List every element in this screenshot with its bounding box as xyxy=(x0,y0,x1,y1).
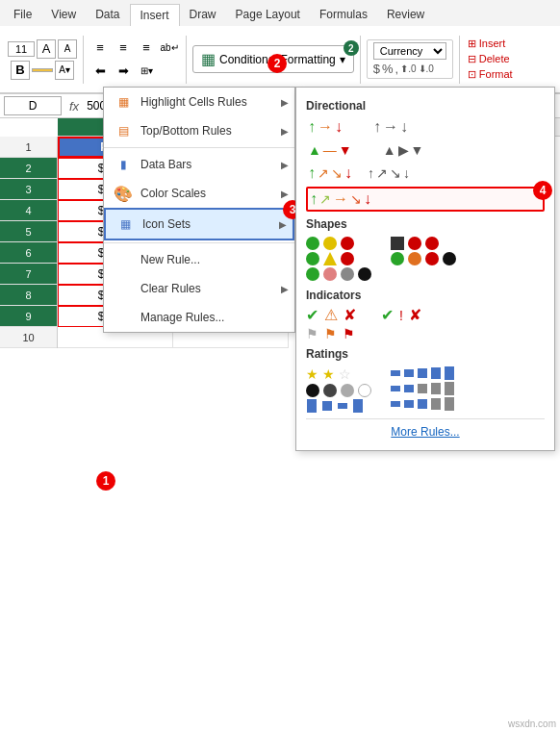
ribbon-tabs: File View Data Insert Draw Page Layout F… xyxy=(0,4,560,26)
tab-formulas[interactable]: Formulas xyxy=(310,4,377,26)
tab-review[interactable]: Review xyxy=(377,4,434,26)
up-arrow-icon-1: ↑ xyxy=(308,118,316,136)
star-half-1: ★ xyxy=(322,366,335,382)
font-increase-button[interactable]: A xyxy=(37,39,56,59)
menu-top-bottom[interactable]: ▤ Top/Bottom Rules ▶ xyxy=(104,116,294,145)
manage-rules-icon xyxy=(114,308,133,327)
insert-button[interactable]: ⊞ Insert xyxy=(466,37,515,51)
bar-r1e xyxy=(445,366,454,380)
percent-icon[interactable]: % xyxy=(382,62,394,76)
number-format-select[interactable]: Currency xyxy=(373,42,446,60)
rating-row-3[interactable] xyxy=(306,399,371,413)
row-num-2[interactable]: 2 xyxy=(0,158,57,179)
row-num-3[interactable]: 3 xyxy=(0,179,57,200)
menu-manage-rules[interactable]: Manage Rules... xyxy=(104,303,294,332)
ribbon: File View Data Insert Draw Page Layout F… xyxy=(0,0,560,94)
row-num-5[interactable]: 5 xyxy=(0,221,57,242)
icon-row-dir-4[interactable]: ↑ ↗ → ↘ ↓ 4 xyxy=(306,187,545,212)
tri-up-icon-b: ▲ xyxy=(383,142,396,158)
green-dot-1 xyxy=(306,237,319,250)
menu-color-scales[interactable]: 🎨 Color Scales ▶ xyxy=(104,179,294,208)
diag-down-b: ↓ xyxy=(403,165,410,181)
dollar-icon[interactable]: $ xyxy=(373,62,380,76)
menu-highlight-cells[interactable]: ▦ Highlight Cells Rules ▶ xyxy=(104,88,294,116)
black-dot-r xyxy=(443,252,456,265)
rating-row-r1[interactable] xyxy=(391,366,454,380)
more-rules-link[interactable]: More Rules... xyxy=(306,418,545,444)
font-decrease-button[interactable]: A xyxy=(58,39,77,59)
minus-icon: — xyxy=(323,142,337,158)
tab-page-layout[interactable]: Page Layout xyxy=(226,4,310,26)
up-arrow-icon-1b: ↑ xyxy=(373,118,381,136)
menu-icon-sets[interactable]: ▦ Icon Sets ▶ 3 xyxy=(104,208,294,240)
row-num-1[interactable]: 1 xyxy=(0,137,57,158)
color-scales-label: Color Scales xyxy=(140,187,206,200)
rating-row-r3[interactable] xyxy=(391,397,454,411)
indicator-row-1[interactable]: ✔ ⚠ ✘ ✔ ! ✘ xyxy=(306,306,545,324)
gray-circ-1 xyxy=(341,384,354,397)
align-center-button[interactable]: ≡ xyxy=(113,38,134,59)
decimal-decrease-icon[interactable]: ⬇.0 xyxy=(419,63,434,74)
indent-left-button[interactable]: ⬅ xyxy=(89,61,111,82)
shape-row-r1[interactable] xyxy=(391,237,456,250)
five-up-icon: ↑ xyxy=(310,190,318,208)
icon-row-dir-1[interactable]: ↑ → ↓ ↑ → ↓ xyxy=(306,116,545,138)
icon-row-dir-3[interactable]: ↑ ↗ ↘ ↓ ↑ ↗ ↘ ↓ xyxy=(306,163,545,184)
diag-up-b: ↑ xyxy=(368,165,374,181)
shape-row-1[interactable] xyxy=(306,237,371,250)
data-bars-icon: ▮ xyxy=(114,155,133,174)
indent-right-button[interactable]: ➡ xyxy=(113,61,134,82)
tab-file[interactable]: File xyxy=(4,4,41,26)
row-num-7[interactable]: 7 xyxy=(0,264,57,285)
shape-row-3[interactable] xyxy=(306,267,371,281)
watermark: wsxdn.com xyxy=(508,718,556,729)
comma-icon[interactable]: , xyxy=(395,62,399,76)
tab-view[interactable]: View xyxy=(41,4,86,26)
font-color-bar[interactable] xyxy=(32,68,53,72)
menu-new-rule[interactable]: New Rule... xyxy=(104,245,294,274)
menu-divider-2 xyxy=(104,242,294,243)
diag-se-b: ↘ xyxy=(390,165,401,181)
tab-data[interactable]: Data xyxy=(86,4,129,26)
ratings-section-title: Ratings xyxy=(306,347,545,361)
divider-1 xyxy=(83,36,84,84)
merge-button[interactable]: ⊞▾ xyxy=(136,61,157,82)
row-num-9[interactable]: 9 xyxy=(0,306,57,327)
tab-insert[interactable]: Insert xyxy=(130,4,180,26)
black-circ-1 xyxy=(306,384,319,397)
align-group: ≡ ≡ ≡ ab↵ ⬅ ➡ ⊞▾ xyxy=(89,38,180,82)
row-num-8[interactable]: 8 xyxy=(0,285,57,306)
decimal-increase-icon[interactable]: ⬆.0 xyxy=(400,63,416,74)
shape-row-r2[interactable] xyxy=(391,252,456,265)
rating-row-2[interactable] xyxy=(306,384,371,397)
exclaim-icon: ⚠ xyxy=(324,306,338,324)
flag-icon-3: ⚑ xyxy=(343,326,355,341)
fill-color-button[interactable]: A▾ xyxy=(55,61,74,80)
icon-row-dir-2[interactable]: ▲ — ▼ ▲ ▶ ▼ xyxy=(306,140,545,160)
row-num-4[interactable]: 4 xyxy=(0,200,57,221)
menu-data-bars[interactable]: ▮ Data Bars ▶ xyxy=(104,150,294,179)
bar-chart-1c xyxy=(338,403,347,409)
row-num-6[interactable]: 6 xyxy=(0,242,57,264)
bar-r2b xyxy=(404,385,414,392)
bar-r1b xyxy=(404,369,414,377)
shape-row-2[interactable] xyxy=(306,252,371,265)
delete-button[interactable]: ⊟ Delete xyxy=(466,52,515,66)
cell-reference-box[interactable] xyxy=(4,96,62,115)
rating-row-r2[interactable] xyxy=(391,382,454,395)
align-left-button[interactable]: ≡ xyxy=(89,38,111,59)
font-size-input[interactable]: 11 xyxy=(8,41,35,57)
rating-row-1[interactable]: ★ ★ ☆ xyxy=(306,366,371,382)
bar-r1d xyxy=(431,367,441,379)
tab-draw[interactable]: Draw xyxy=(180,4,226,26)
format-button[interactable]: ⊡ Format xyxy=(466,67,515,82)
bar-r2d xyxy=(431,383,441,394)
menu-clear-rules[interactable]: Clear Rules ▶ xyxy=(104,274,294,303)
right-arrow-icon-1b: → xyxy=(383,118,398,136)
indicator-row-2[interactable]: ⚑ ⚑ ⚑ xyxy=(306,326,545,341)
wrap-text-button[interactable]: ab↵ xyxy=(159,38,180,59)
row-num-10[interactable]: 10 xyxy=(0,327,57,348)
right-arrow-icon-1: → xyxy=(318,118,333,136)
align-right-button[interactable]: ≡ xyxy=(136,38,157,59)
bold-button[interactable]: B xyxy=(11,61,30,80)
